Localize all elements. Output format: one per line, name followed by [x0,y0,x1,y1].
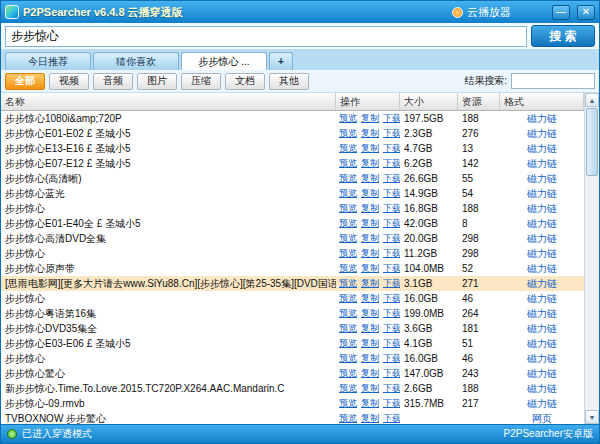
table-row[interactable]: TVBOXNOW 步步驚心 预览复制下载 网页 [1,411,584,424]
download-link[interactable]: 下载 [383,397,400,410]
download-link[interactable]: 下载 [383,217,400,230]
filter-all[interactable]: 全部 [5,73,45,90]
download-link[interactable]: 下载 [383,127,400,140]
table-row[interactable]: 步步惊心粤语第16集 预览复制下载 199.0MB 264 磁力链 [1,306,584,321]
copy-link[interactable]: 复制 [361,277,379,290]
filter-image[interactable]: 图片 [137,73,177,90]
table-row[interactable]: 步步惊心驚心 预览复制下载 147.0GB 243 磁力链 [1,366,584,381]
preview-link[interactable]: 预览 [339,247,357,260]
download-link[interactable]: 下载 [383,322,400,335]
table-row[interactable]: 步步惊心E13-E16 £ 圣城小5 预览复制下载 4.7GB 13 磁力链 [1,141,584,156]
table-row[interactable]: 步步惊心DVD35集全 预览复制下载 3.6GB 181 磁力链 [1,321,584,336]
scrollbar-track[interactable] [585,107,599,410]
preview-link[interactable]: 预览 [339,352,357,365]
table-row[interactable]: 步步惊心原声带 预览复制下载 104.0MB 52 磁力链 [1,261,584,276]
preview-link[interactable]: 预览 [339,382,357,395]
download-link[interactable]: 下载 [383,382,400,395]
scrollbar-thumb[interactable] [586,108,598,176]
preview-link[interactable]: 预览 [339,412,357,424]
table-row[interactable]: 步步惊心 预览复制下载 16.0GB 46 磁力链 [1,291,584,306]
download-link[interactable]: 下载 [383,187,400,200]
android-version-link[interactable]: P2PSearcher安卓版 [504,427,593,441]
preview-link[interactable]: 预览 [339,172,357,185]
preview-link[interactable]: 预览 [339,142,357,155]
download-link[interactable]: 下载 [383,292,400,305]
copy-link[interactable]: 复制 [361,112,379,125]
download-link[interactable]: 下载 [383,112,400,125]
table-row[interactable]: [思雨电影网][更多大片请去www.SiYu88.Cn][步步惊心][第25-3… [1,276,584,291]
preview-link[interactable]: 预览 [339,292,357,305]
table-row[interactable]: 步步惊心1080i&amp;720P 预览复制下载 197.5GB 188 磁力… [1,111,584,126]
preview-link[interactable]: 预览 [339,202,357,215]
copy-link[interactable]: 复制 [361,367,379,380]
preview-link[interactable]: 预览 [339,127,357,140]
download-link[interactable]: 下载 [383,337,400,350]
table-row[interactable]: 新步步惊心.Time.To.Love.2015.TC720P.X264.AAC.… [1,381,584,396]
copy-link[interactable]: 复制 [361,232,379,245]
scroll-up-icon[interactable]: ▲ [585,93,599,107]
copy-link[interactable]: 复制 [361,382,379,395]
table-row[interactable]: 步步惊心E01-E02 £ 圣城小5 预览复制下载 2.3GB 276 磁力链 [1,126,584,141]
copy-link[interactable]: 复制 [361,337,379,350]
preview-link[interactable]: 预览 [339,262,357,275]
copy-link[interactable]: 复制 [361,292,379,305]
scroll-down-icon[interactable]: ▼ [585,410,599,424]
filter-document[interactable]: 文档 [225,73,265,90]
search-input[interactable] [5,26,527,47]
table-row[interactable]: 步步惊心蓝光 预览复制下载 14.9GB 54 磁力链 [1,186,584,201]
preview-link[interactable]: 预览 [339,307,357,320]
minimize-button[interactable]: — [552,5,570,20]
filter-video[interactable]: 视频 [49,73,89,90]
vertical-scrollbar[interactable]: ▲ ▼ [584,93,599,424]
table-row[interactable]: 步步惊心(高清晰) 预览复制下载 26.6GB 55 磁力链 [1,171,584,186]
copy-link[interactable]: 复制 [361,127,379,140]
preview-link[interactable]: 预览 [339,397,357,410]
copy-link[interactable]: 复制 [361,397,379,410]
download-link[interactable]: 下载 [383,157,400,170]
copy-link[interactable]: 复制 [361,262,379,275]
copy-link[interactable]: 复制 [361,412,379,424]
tab-new[interactable]: + [269,52,293,70]
download-link[interactable]: 下载 [383,202,400,215]
copy-link[interactable]: 复制 [361,307,379,320]
copy-link[interactable]: 复制 [361,187,379,200]
search-button[interactable]: 搜 索 [531,25,595,47]
copy-link[interactable]: 复制 [361,247,379,260]
copy-link[interactable]: 复制 [361,322,379,335]
copy-link[interactable]: 复制 [361,352,379,365]
tab-current-search[interactable]: 步步惊心 ... [181,52,267,70]
preview-link[interactable]: 预览 [339,277,357,290]
preview-link[interactable]: 预览 [339,157,357,170]
copy-link[interactable]: 复制 [361,142,379,155]
download-link[interactable]: 下载 [383,412,400,424]
filter-archive[interactable]: 压缩 [181,73,221,90]
cloud-player-button[interactable]: 云播放器 [452,5,511,20]
preview-link[interactable]: 预览 [339,112,357,125]
table-row[interactable]: 步步惊心E07-E12 £ 圣城小5 预览复制下载 6.2GB 142 磁力链 [1,156,584,171]
tab-today-recommend[interactable]: 今日推荐 [5,52,91,70]
download-link[interactable]: 下载 [383,277,400,290]
preview-link[interactable]: 预览 [339,187,357,200]
download-link[interactable]: 下载 [383,307,400,320]
table-row[interactable]: 步步惊心-09.rmvb 预览复制下载 315.7MB 217 磁力链 [1,396,584,411]
filter-audio[interactable]: 音频 [93,73,133,90]
download-link[interactable]: 下载 [383,142,400,155]
table-row[interactable]: 步步惊心 预览复制下载 16.8GB 188 磁力链 [1,201,584,216]
table-row[interactable]: 步步惊心 预览复制下载 16.0GB 46 磁力链 [1,351,584,366]
copy-link[interactable]: 复制 [361,217,379,230]
preview-link[interactable]: 预览 [339,217,357,230]
copy-link[interactable]: 复制 [361,157,379,170]
download-link[interactable]: 下载 [383,367,400,380]
tab-guess-you-like[interactable]: 猜你喜欢 [93,52,179,70]
preview-link[interactable]: 预览 [339,337,357,350]
download-link[interactable]: 下载 [383,172,400,185]
preview-link[interactable]: 预览 [339,322,357,335]
close-button[interactable]: ✕ [577,5,595,20]
download-link[interactable]: 下载 [383,262,400,275]
table-row[interactable]: 步步惊心高清DVD全集 预览复制下载 20.0GB 298 磁力链 [1,231,584,246]
copy-link[interactable]: 复制 [361,202,379,215]
download-link[interactable]: 下载 [383,352,400,365]
table-row[interactable]: 步步惊心E01-E40全 £ 圣城小5 预览复制下载 42.0GB 8 磁力链 [1,216,584,231]
table-row[interactable]: 步步惊心 预览复制下载 11.2GB 298 磁力链 [1,246,584,261]
copy-link[interactable]: 复制 [361,172,379,185]
